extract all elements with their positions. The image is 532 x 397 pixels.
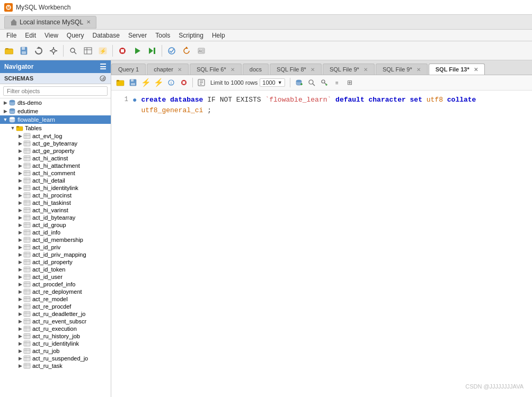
toolbar-settings-btn[interactable] — [47, 44, 60, 58]
arrow-icon: ▶ — [17, 177, 23, 184]
schema-item-flowable-learn[interactable]: ▼ flowable_learn — [0, 115, 111, 124]
schema-item-dts-demo[interactable]: ▶ dts-demo — [0, 98, 111, 107]
toolbar-step-btn[interactable] — [145, 44, 159, 58]
menu-scripting[interactable]: Scripting — [174, 31, 208, 40]
table-icon — [23, 266, 31, 273]
tab-query1[interactable]: Query 1 — [111, 64, 146, 75]
sql-stop-btn[interactable] — [178, 77, 190, 88]
table-item-act-ru-task[interactable]: ▶ act_ru_task — [0, 362, 111, 369]
table-item-act-procdef-info[interactable]: ▶ act_procdef_info — [0, 281, 111, 288]
table-item-act-evt-log[interactable]: ▶ act_evt_log — [0, 132, 111, 140]
table-item-act-ru-history-job[interactable]: ▶ act_ru_history_job — [0, 332, 111, 340]
table-item-act-re-deployment[interactable]: ▶ act_re_deployment — [0, 288, 111, 295]
svg-rect-24 — [121, 49, 124, 52]
menu-query[interactable]: Query — [63, 31, 88, 40]
table-item-act-id-priv-mapping[interactable]: ▶ act_id_priv_mapping — [0, 251, 111, 258]
sql-toggle-btn[interactable] — [196, 77, 207, 88]
toolbar-refresh-btn[interactable] — [32, 44, 46, 58]
sql-find-replace-btn[interactable] — [318, 77, 330, 88]
tab-close-sqlfile9b[interactable]: ✕ — [416, 67, 421, 73]
schema-item-edutime[interactable]: ▶ edutime — [0, 107, 111, 115]
tab-sqlfile6[interactable]: SQL File 6* ✕ — [190, 64, 242, 75]
instance-close-btn[interactable]: ✕ — [86, 19, 91, 25]
tab-close-sqlfile8[interactable]: ✕ — [311, 67, 315, 73]
table-item-act-hi-taskinst[interactable]: ▶ act_hi_taskinst — [0, 199, 111, 206]
menu-view[interactable]: View — [40, 31, 63, 40]
tab-close-sqlfile13[interactable]: ✕ — [474, 67, 478, 73]
toolbar-play-btn[interactable] — [130, 44, 144, 58]
table-icon — [23, 363, 31, 369]
toolbar-save-btn[interactable] — [17, 44, 31, 58]
table-item-act-ru-job[interactable]: ▶ act_ru_job — [0, 347, 111, 355]
table-item-act-id-group[interactable]: ▶ act_id_group — [0, 221, 111, 229]
arrow-icon: ▶ — [17, 148, 23, 154]
filter-input[interactable] — [3, 86, 108, 96]
tab-close-chapter[interactable]: ✕ — [178, 67, 182, 73]
watermark: CSDN @JJJJJJJJAVA — [465, 383, 524, 390]
toolbar-commit-btn[interactable] — [165, 44, 179, 58]
sql-open-btn[interactable] — [114, 77, 126, 88]
menu-file[interactable]: File — [2, 31, 21, 40]
table-item-act-hi-identitylink[interactable]: ▶ act_hi_identitylink — [0, 184, 111, 192]
sql-editor[interactable]: 1 ● create database IF NOT EXISTS `flowa… — [111, 91, 532, 397]
sql-sep-1 — [192, 78, 193, 87]
table-item-act-hi-varinst[interactable]: ▶ act_hi_varinst — [0, 206, 111, 214]
table-item-act-hi-procinst[interactable]: ▶ act_hi_procinst — [0, 192, 111, 199]
tab-sqlfile13[interactable]: SQL File 13* ✕ — [429, 64, 485, 75]
svg-point-151 — [309, 80, 313, 84]
limit-dropdown[interactable]: 1000 ▼ — [260, 78, 285, 87]
sql-more-btn[interactable]: ⊞ — [344, 77, 356, 88]
toolbar-auto-commit-btn[interactable]: AC — [194, 44, 208, 58]
sql-exec-current-btn[interactable]: ⚡ — [153, 77, 164, 88]
line-dot-1: ● — [132, 95, 137, 106]
table-item-act-id-info[interactable]: ▶ act_id_info — [0, 229, 111, 236]
table-item-act-ru-execution[interactable]: ▶ act_ru_execution — [0, 325, 111, 332]
table-item-act-id-priv[interactable]: ▶ act_id_priv — [0, 243, 111, 251]
table-item-act-id-user[interactable]: ▶ act_id_user — [0, 273, 111, 281]
table-item-act-id-property[interactable]: ▶ act_id_property — [0, 258, 111, 266]
table-item-act-hi-actinst[interactable]: ▶ act_hi_actinst — [0, 155, 111, 162]
toolbar-open-btn[interactable] — [2, 44, 16, 58]
instance-tab[interactable]: Local instance MySQL ✕ — [4, 16, 96, 29]
menu-edit[interactable]: Edit — [21, 31, 40, 40]
tab-docs[interactable]: docs — [243, 64, 269, 75]
table-item-act-hi-detail[interactable]: ▶ act_hi_detail — [0, 177, 111, 184]
menu-server[interactable]: Server — [124, 31, 151, 40]
table-item-act-id-membership[interactable]: ▶ act_id_membership — [0, 236, 111, 243]
tree-folder-tables[interactable]: ▼ Tables — [0, 124, 111, 132]
table-icon — [23, 229, 31, 236]
sql-save-btn[interactable] — [127, 77, 139, 88]
tab-chapter[interactable]: chapter ✕ — [147, 64, 189, 75]
tab-close-sqlfile9a[interactable]: ✕ — [363, 67, 368, 73]
sql-exec-btn[interactable]: ⚡ — [140, 77, 152, 88]
sql-explain-btn[interactable]: i — [165, 77, 177, 88]
table-item-act-hi-comment[interactable]: ▶ act_hi_comment — [0, 169, 111, 177]
toolbar-table-btn[interactable] — [81, 44, 95, 58]
tab-sqlfile9a[interactable]: SQL File 9* ✕ — [323, 64, 375, 75]
sql-format-btn[interactable]: ≡ — [331, 77, 343, 88]
table-item-act-hi-attachment[interactable]: ▶ act_hi_attachment — [0, 162, 111, 169]
table-item-act-ge-property[interactable]: ▶ act_ge_property — [0, 147, 111, 155]
menu-tools[interactable]: Tools — [151, 31, 174, 40]
table-item-act-ru-event-subscr[interactable]: ▶ act_ru_event_subscr — [0, 318, 111, 325]
sql-find-btn[interactable] — [306, 77, 317, 88]
tab-sqlfile8[interactable]: SQL File 8* ✕ — [270, 64, 322, 75]
table-item-act-re-model[interactable]: ▶ act_re_model — [0, 295, 111, 303]
schemas-icon[interactable]: ↺ — [99, 75, 107, 82]
sql-add-schema-btn[interactable] — [293, 77, 305, 88]
menu-database[interactable]: Database — [88, 31, 124, 40]
toolbar-search-btn[interactable] — [66, 44, 80, 58]
toolbar-rollback-btn[interactable] — [180, 44, 193, 58]
table-item-act-ru-deadletter-jo[interactable]: ▶ act_ru_deadletter_jo — [0, 310, 111, 318]
table-item-act-id-token[interactable]: ▶ act_id_token — [0, 266, 111, 273]
tab-sqlfile9b[interactable]: SQL File 9* ✕ — [376, 64, 428, 75]
tab-close-sqlfile6[interactable]: ✕ — [230, 67, 235, 73]
table-item-act-re-procdef[interactable]: ▶ act_re_procdef — [0, 303, 111, 310]
toolbar-stop-btn[interactable] — [116, 44, 129, 58]
toolbar-exec-btn[interactable]: ⚡ — [96, 44, 110, 58]
table-item-act-id-bytearray[interactable]: ▶ act_id_bytearray — [0, 214, 111, 221]
table-item-act-ru-identitylink[interactable]: ▶ act_ru_identitylink — [0, 340, 111, 347]
table-item-act-ge-bytearray[interactable]: ▶ act_ge_bytearray — [0, 140, 111, 147]
menu-help[interactable]: Help — [208, 31, 229, 40]
table-item-act-ru-suspended-jo[interactable]: ▶ act_ru_suspended_jo — [0, 355, 111, 362]
